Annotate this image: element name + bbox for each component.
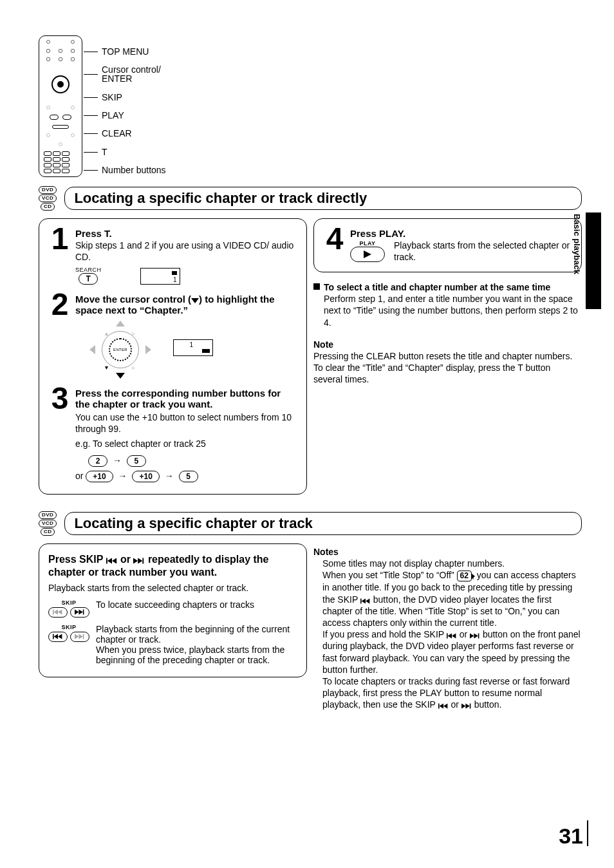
- note-2: When you set “Title Stop” to “Off” 62, y…: [322, 569, 582, 628]
- steps-box-right: 4 Press PLAY. PLAY Playback starts from …: [313, 218, 582, 272]
- label-clear: CLEAR: [91, 129, 166, 138]
- skip-next-icon: [133, 558, 145, 564]
- display-1: 1: [140, 268, 180, 285]
- skip-prev-button-dim: [48, 607, 68, 618]
- note-3: If you press and hold the SKIP or button…: [322, 628, 582, 675]
- step1-number: 1: [48, 228, 71, 285]
- key-p10-b: +10: [132, 471, 159, 482]
- play-button-icon: [350, 247, 385, 262]
- label-top-menu: TOP MENU: [91, 47, 166, 56]
- bullet-icon: [313, 283, 320, 290]
- step3-head: Press the corresponding number buttons f…: [75, 388, 297, 410]
- key-t: T: [79, 273, 98, 285]
- notes-head: Notes: [313, 546, 582, 558]
- skip-headline: Press SKIP or repeatedly to display the …: [48, 553, 297, 579]
- arrow-icon: →: [113, 455, 122, 466]
- key-p10-a: +10: [86, 471, 113, 482]
- note-1: Some titles may not display chapter numb…: [322, 558, 582, 569]
- skip-row1-text: To locate succeeding chapters or tracks: [96, 599, 297, 610]
- cursor-ring-icon: [51, 75, 70, 93]
- badge-dvd-2: DVD: [39, 511, 57, 519]
- skip-prev-icon-inline2: [447, 633, 457, 639]
- cursor-down-icon: [191, 298, 199, 303]
- step-2: 2 Move the cursor control () to highligh…: [48, 294, 297, 379]
- label-skip: SKIP: [91, 93, 166, 102]
- section1-heading: DVD VCD CD Locating a specific chapter o…: [39, 186, 582, 211]
- skip-next-button: [70, 607, 89, 618]
- badge-dvd: DVD: [39, 186, 57, 194]
- section2-notes: Notes Some titles may not display chapte…: [313, 543, 582, 711]
- badge-cd: CD: [41, 203, 55, 211]
- key-5b: 5: [179, 471, 198, 482]
- step4-number: 4: [323, 228, 346, 263]
- page-number-bar: [587, 820, 588, 846]
- step3-number: 3: [48, 388, 71, 482]
- step2-number: 2: [48, 294, 71, 379]
- subbody: Perform step 1, and enter a title number…: [324, 293, 582, 328]
- label-numbers: Number buttons: [91, 165, 166, 175]
- step-1: 1 Press T. Skip steps 1 and 2 if you are…: [48, 228, 297, 285]
- skip-prev-icon: [106, 558, 118, 564]
- skip-row2-text: Playback starts from the beginning of th…: [96, 624, 297, 665]
- or-label: or: [75, 471, 83, 481]
- step3-body2: e.g. To select chapter or track 25: [75, 439, 297, 450]
- step-3: 3 Press the corresponding number buttons…: [48, 388, 297, 482]
- step3-body1: You can use the +10 button to select num…: [75, 412, 297, 435]
- step-4: 4 Press PLAY. PLAY Playback starts from …: [323, 228, 572, 263]
- steps-box-left: 1 Press T. Skip steps 1 and 2 if you are…: [39, 218, 307, 495]
- step4-head: Press PLAY.: [350, 228, 572, 239]
- remote-callouts: TOP MENU Cursor control/ ENTER SKIP PLAY…: [91, 35, 166, 177]
- label-t: T: [91, 147, 166, 156]
- step2-head: Move the cursor control () to highlight …: [75, 294, 297, 316]
- step1-body: Skip steps 1 and 2 if you are using a VI…: [75, 240, 297, 263]
- skip-prev-button: [48, 632, 68, 642]
- step1-head: Press T.: [75, 228, 297, 239]
- note-head: Note: [313, 339, 582, 350]
- label-play: PLAY: [91, 111, 166, 120]
- page-number: 31: [559, 824, 583, 849]
- badge-vcd: VCD: [39, 194, 57, 202]
- key-2: 2: [88, 455, 107, 467]
- skip-line1: Playback starts from the selected chapte…: [48, 583, 297, 593]
- step4-body: Playback starts from the selected chapte…: [394, 240, 572, 263]
- side-tab: [586, 212, 601, 309]
- note-4: To locate chapters or tracks during fast…: [322, 675, 582, 711]
- subhead: To select a title and chapter number at …: [324, 281, 550, 293]
- side-label: Basic playback: [572, 214, 582, 274]
- skip-box: Press SKIP or repeatedly to display the …: [39, 543, 307, 677]
- section1-notes: To select a title and chapter number at …: [313, 281, 582, 386]
- skip-prev-icon-inline3: [438, 703, 449, 709]
- section2-title: Locating a specific chapter or track: [74, 515, 572, 532]
- skip-next-icon-inline2: [461, 703, 472, 709]
- skip-next-icon-inline: [470, 633, 480, 639]
- label-cursor: Cursor control/ ENTER: [91, 65, 166, 83]
- search-label: SEARCH: [75, 267, 102, 273]
- key-5: 5: [127, 455, 146, 467]
- skip-next-button-dim: [70, 632, 89, 642]
- play-label: PLAY: [350, 240, 385, 247]
- page-ref-62: 62: [457, 571, 472, 582]
- display-2: 1: [173, 339, 213, 356]
- badge-cd-2: CD: [41, 528, 55, 536]
- section2-heading: DVD VCD CD Locating a specific chapter o…: [39, 511, 582, 536]
- note-body: Pressing the CLEAR button resets the tit…: [313, 350, 582, 386]
- badge-vcd-2: VCD: [39, 520, 57, 527]
- remote-outline: [39, 35, 82, 177]
- section1-title: Locating a specific chapter or track dir…: [74, 190, 572, 207]
- skip-prev-icon-inline: [360, 598, 371, 604]
- remote-diagram: TOP MENU Cursor control/ ENTER SKIP PLAY…: [39, 35, 582, 177]
- dpad-icon: ENTER ▴ ▾ ▹ ▹: [82, 321, 159, 379]
